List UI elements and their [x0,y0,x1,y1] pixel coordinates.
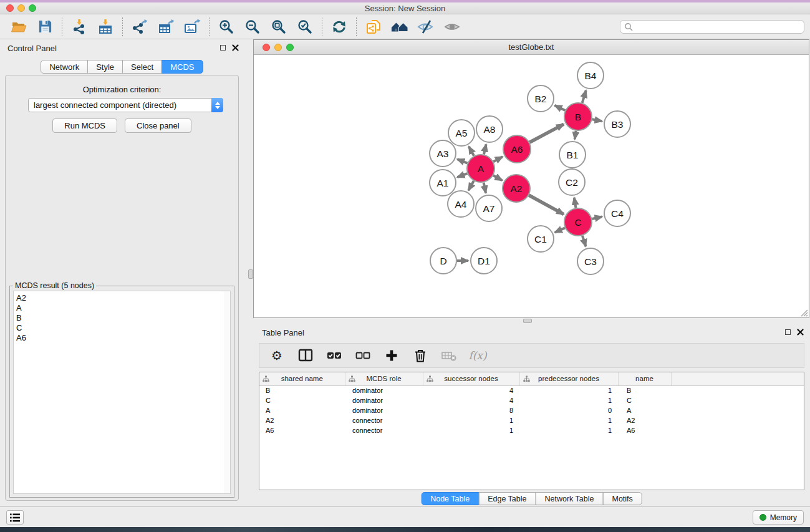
result-item[interactable]: A [16,303,230,313]
graph-edge[interactable] [493,157,503,162]
tab-network[interactable]: Network [41,60,88,74]
table-cell[interactable]: A2 [618,415,671,425]
table-cell[interactable]: C [259,395,345,405]
col-mcds-role[interactable]: MCDS role [345,372,423,385]
graph-edge[interactable] [582,236,586,246]
mcds-result-list[interactable]: A2ABCA6 [13,291,231,494]
tab-node-table[interactable]: Node Table [421,492,479,505]
col-shared-name[interactable]: shared name [259,372,345,385]
horizontal-split-handle[interactable] [523,319,532,323]
float-panel-icon[interactable] [220,45,226,51]
open-session-button[interactable] [10,18,27,36]
tab-select[interactable]: Select [122,60,162,74]
table-cell[interactable]: 4 [423,395,519,405]
table-cell[interactable]: 1 [519,385,618,395]
graph-edge[interactable] [555,228,565,232]
zoom-selected-button[interactable] [296,18,314,36]
table-cell[interactable]: C [618,395,671,405]
col-successor-nodes[interactable]: successor nodes [423,372,519,385]
delete-table-button[interactable] [440,347,458,364]
float-table-panel-icon[interactable] [785,329,791,335]
save-session-button[interactable] [36,18,54,36]
table-row[interactable]: Adominator80A [259,405,804,415]
graph-edge[interactable] [582,90,586,103]
table-cell[interactable]: 1 [519,415,618,425]
table-cell[interactable]: 1 [519,395,618,405]
refresh-button[interactable] [330,18,348,36]
result-item[interactable]: C [16,323,230,333]
show-log-button[interactable] [6,510,24,525]
add-column-button[interactable] [383,347,400,364]
table-cell[interactable]: 1 [519,425,618,435]
network-window-titlebar[interactable]: testGlobe.txt [254,40,809,55]
tab-edge-table[interactable]: Edge Table [478,492,536,505]
table-row[interactable]: Bdominator41B [259,385,804,395]
vertical-split-handle[interactable] [248,269,253,279]
table-cell[interactable]: connector [345,415,423,425]
export-table-button[interactable] [157,18,175,36]
node-table[interactable]: shared name MCDS role successor nodes pr… [259,372,804,490]
tab-network-table[interactable]: Network Table [536,492,604,505]
select-all-rows-button[interactable] [325,347,343,364]
table-cell[interactable]: B [259,385,345,395]
close-table-panel-icon[interactable] [797,329,804,336]
table-cell[interactable]: dominator [345,385,423,395]
show-all-button[interactable] [443,18,461,36]
graph-edge[interactable] [493,175,502,180]
graph-edge[interactable] [592,216,602,219]
table-options-button[interactable]: ⚙ [268,347,286,364]
graph-edge[interactable] [468,181,474,190]
export-image-button[interactable] [183,18,201,36]
duplicate-network-button[interactable] [365,18,382,36]
search-input[interactable] [633,21,804,32]
tab-motifs[interactable]: Motifs [602,492,642,505]
table-cell[interactable]: A [618,405,671,415]
table-row[interactable]: A6connector11A6 [259,425,804,435]
show-columns-button[interactable] [297,347,314,364]
zoom-out-button[interactable] [244,18,261,36]
table-row[interactable]: A2connector11A2 [259,415,804,425]
table-cell[interactable]: A2 [259,415,345,425]
close-panel-icon[interactable] [232,44,239,51]
graph-edge[interactable] [484,183,486,193]
table-cell[interactable]: dominator [345,395,423,405]
run-mcds-button[interactable]: Run MCDS [52,118,117,133]
network-canvas[interactable]: AA1A2A3A4A5A6A7A8BB1B2B3B4CC1C2C3C4DD1 [254,55,809,317]
graph-edge[interactable] [574,198,576,208]
result-item[interactable]: B [16,313,230,323]
table-cell[interactable]: 1 [423,425,519,435]
table-cell[interactable]: 0 [519,405,618,415]
graph-edge[interactable] [484,144,486,154]
graph-edge[interactable] [457,173,467,177]
export-network-button[interactable] [131,18,148,36]
graph-edge[interactable] [575,131,576,140]
function-builder-button[interactable]: f(x) [469,347,486,364]
table-cell[interactable]: 8 [423,405,519,415]
tab-style[interactable]: Style [87,60,123,74]
col-name[interactable]: name [618,372,671,385]
graph-edge[interactable] [469,147,474,156]
tab-mcds[interactable]: MCDS [162,60,203,74]
search-box[interactable] [620,20,804,34]
graph-edge[interactable] [457,159,467,163]
home-button[interactable] [391,18,408,36]
table-cell[interactable]: dominator [345,405,423,415]
graph-edge[interactable] [592,119,602,121]
memory-button[interactable]: Memory [753,510,804,525]
table-cell[interactable]: connector [345,425,423,435]
col-predecessor-nodes[interactable]: predecessor nodes [519,372,618,385]
zoom-in-button[interactable] [218,18,235,36]
graph-edge[interactable] [529,124,564,142]
table-cell[interactable]: A6 [618,425,671,435]
resize-grip-icon[interactable] [799,308,808,317]
table-cell[interactable]: A [259,405,345,415]
network-graph[interactable]: AA1A2A3A4A5A6A7A8BB1B2B3B4CC1C2C3C4DD1 [254,55,809,317]
table-cell[interactable]: B [618,385,671,395]
import-table-button[interactable] [97,18,114,36]
graph-edge[interactable] [555,105,566,110]
table-cell[interactable]: A6 [259,425,345,435]
delete-column-button[interactable] [412,347,429,364]
optimization-criterion-select[interactable]: largest connected component (directed) [28,98,223,112]
deselect-all-rows-button[interactable] [354,347,372,364]
result-item[interactable]: A2 [16,293,230,303]
